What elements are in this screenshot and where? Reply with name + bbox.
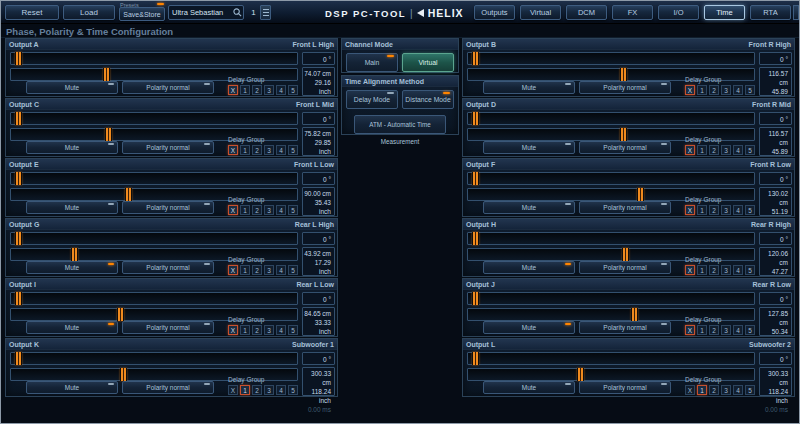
delay-slider-handle[interactable]: [631, 308, 638, 321]
delay-group-button-1[interactable]: 1: [697, 145, 707, 155]
delay-slider-handle[interactable]: [622, 248, 629, 261]
delay-group-button-x[interactable]: X: [685, 145, 695, 155]
delay-group-button-x[interactable]: X: [685, 265, 695, 275]
delay-group-button-x[interactable]: X: [228, 145, 238, 155]
delay-group-button-1[interactable]: 1: [697, 205, 707, 215]
polarity-button[interactable]: Polarity normal: [579, 321, 671, 334]
polarity-button[interactable]: Polarity normal: [579, 261, 671, 274]
reset-button[interactable]: Reset: [5, 5, 59, 20]
delay-group-button-5[interactable]: 5: [288, 205, 298, 215]
delay-group-button-2[interactable]: 2: [709, 85, 719, 95]
phase-slider[interactable]: [10, 232, 298, 245]
delay-slider-handle[interactable]: [103, 68, 110, 81]
phase-slider-handle[interactable]: [15, 292, 22, 305]
document-icon[interactable]: [260, 5, 271, 20]
nav-tab-time[interactable]: Time: [704, 5, 745, 20]
delay-group-button-3[interactable]: 3: [264, 385, 274, 395]
phase-slider-handle[interactable]: [15, 172, 22, 185]
memory-slot-number[interactable]: 1: [248, 5, 259, 20]
mute-button[interactable]: Mute: [26, 141, 118, 154]
phase-slider-handle[interactable]: [15, 352, 22, 365]
phase-slider-handle[interactable]: [472, 52, 479, 65]
delay-group-button-4[interactable]: 4: [276, 265, 286, 275]
delay-group-button-1[interactable]: 1: [240, 145, 250, 155]
delay-slider-handle[interactable]: [105, 128, 112, 141]
phase-slider[interactable]: [467, 172, 755, 185]
polarity-button[interactable]: Polarity normal: [579, 381, 671, 394]
delay-group-button-3[interactable]: 3: [264, 265, 274, 275]
phase-slider[interactable]: [10, 172, 298, 185]
delay-group-button-4[interactable]: 4: [276, 145, 286, 155]
delay-group-button-x[interactable]: X: [228, 85, 238, 95]
mute-button[interactable]: Mute: [483, 261, 575, 274]
delay-group-button-2[interactable]: 2: [709, 325, 719, 335]
polarity-button[interactable]: Polarity normal: [579, 201, 671, 214]
delay-group-button-x[interactable]: X: [685, 385, 695, 395]
delay-group-button-5[interactable]: 5: [288, 145, 298, 155]
delay-group-button-2[interactable]: 2: [252, 265, 262, 275]
mute-button[interactable]: Mute: [483, 321, 575, 334]
delay-group-button-1[interactable]: 1: [697, 385, 707, 395]
delay-slider-handle[interactable]: [125, 188, 132, 201]
delay-group-button-3[interactable]: 3: [264, 325, 274, 335]
delay-group-button-3[interactable]: 3: [264, 85, 274, 95]
phase-slider[interactable]: [467, 112, 755, 125]
delay-group-button-1[interactable]: 1: [697, 85, 707, 95]
delay-group-button-x[interactable]: X: [685, 85, 695, 95]
delay-group-button-4[interactable]: 4: [733, 265, 743, 275]
delay-group-button-2[interactable]: 2: [709, 205, 719, 215]
nav-tab-dcm[interactable]: DCM: [566, 5, 607, 20]
delay-group-button-3[interactable]: 3: [721, 145, 731, 155]
delay-group-button-3[interactable]: 3: [721, 265, 731, 275]
phase-slider-handle[interactable]: [472, 112, 479, 125]
delay-group-button-5[interactable]: 5: [745, 385, 755, 395]
polarity-button[interactable]: Polarity normal: [122, 381, 214, 394]
polarity-button[interactable]: Polarity normal: [122, 81, 214, 94]
mute-button[interactable]: Mute: [26, 321, 118, 334]
phase-slider[interactable]: [467, 232, 755, 245]
delay-group-button-5[interactable]: 5: [745, 205, 755, 215]
phase-slider[interactable]: [10, 352, 298, 365]
delay-group-button-x[interactable]: X: [228, 385, 238, 395]
phase-slider[interactable]: [467, 352, 755, 365]
delay-group-button-1[interactable]: 1: [240, 205, 250, 215]
distance-mode-button[interactable]: Distance Mode: [402, 90, 454, 109]
delay-group-button-5[interactable]: 5: [288, 325, 298, 335]
polarity-button[interactable]: Polarity normal: [579, 141, 671, 154]
delay-slider-handle[interactable]: [71, 248, 78, 261]
polarity-button[interactable]: Polarity normal: [122, 201, 214, 214]
delay-slider-handle[interactable]: [577, 368, 584, 381]
phase-slider-handle[interactable]: [15, 112, 22, 125]
toolbar-edge-button[interactable]: [793, 5, 799, 20]
delay-group-button-2[interactable]: 2: [252, 85, 262, 95]
delay-group-button-1[interactable]: 1: [240, 325, 250, 335]
delay-group-button-4[interactable]: 4: [733, 145, 743, 155]
mute-button[interactable]: Mute: [26, 201, 118, 214]
delay-group-button-3[interactable]: 3: [264, 205, 274, 215]
mute-button[interactable]: Mute: [483, 141, 575, 154]
phase-slider[interactable]: [10, 52, 298, 65]
mute-button[interactable]: Mute: [26, 81, 118, 94]
polarity-button[interactable]: Polarity normal: [579, 81, 671, 94]
polarity-button[interactable]: Polarity normal: [122, 141, 214, 154]
save-store-button[interactable]: Save&Store: [119, 7, 165, 21]
delay-group-button-1[interactable]: 1: [697, 265, 707, 275]
delay-group-button-3[interactable]: 3: [264, 145, 274, 155]
delay-slider-handle[interactable]: [120, 368, 127, 381]
delay-group-button-2[interactable]: 2: [252, 385, 262, 395]
phase-slider[interactable]: [10, 112, 298, 125]
nav-tab-fx[interactable]: FX: [612, 5, 653, 20]
delay-group-button-5[interactable]: 5: [288, 265, 298, 275]
delay-group-button-5[interactable]: 5: [745, 265, 755, 275]
mute-button[interactable]: Mute: [483, 381, 575, 394]
phase-slider-handle[interactable]: [15, 232, 22, 245]
nav-tab-virtual[interactable]: Virtual: [520, 5, 561, 20]
nav-tab-io[interactable]: I/O: [658, 5, 699, 20]
delay-group-button-1[interactable]: 1: [697, 325, 707, 335]
delay-group-button-5[interactable]: 5: [288, 385, 298, 395]
delay-group-button-5[interactable]: 5: [745, 85, 755, 95]
phase-slider[interactable]: [467, 292, 755, 305]
delay-group-button-2[interactable]: 2: [709, 145, 719, 155]
delay-group-button-4[interactable]: 4: [733, 205, 743, 215]
phase-slider-handle[interactable]: [472, 292, 479, 305]
